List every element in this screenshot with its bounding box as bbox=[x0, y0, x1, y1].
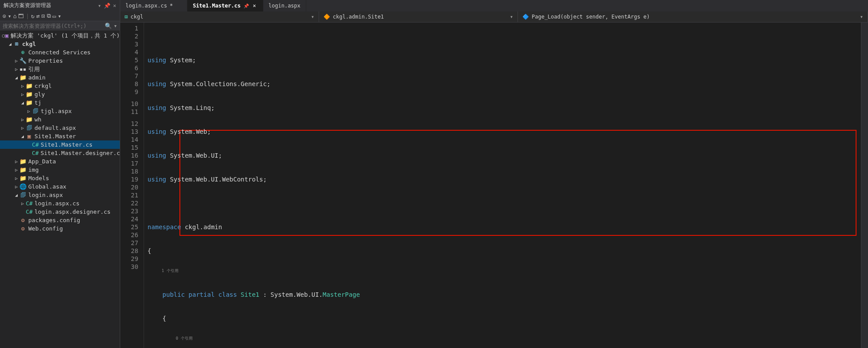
chevron-down-icon[interactable]: ◢ bbox=[19, 134, 26, 139]
chevron-down-icon[interactable]: ▾ bbox=[510, 14, 513, 20]
csproj-icon: ⊞ bbox=[13, 41, 20, 48]
tree-tj[interactable]: ◢📁tj bbox=[0, 98, 120, 107]
close-icon[interactable]: × bbox=[251, 3, 258, 9]
chevron-right-icon[interactable]: ▷ bbox=[26, 109, 32, 113]
chevron-right-icon[interactable]: ▷ bbox=[19, 125, 26, 130]
search-icon[interactable]: 🔍 bbox=[105, 23, 112, 29]
refresh-icon[interactable]: ↻ bbox=[31, 13, 34, 19]
solution-tree[interactable]: ▢▣解决方案 'ckgl' (1 个项目，共 1 个) ◢⊞ckgl ⊕Conn… bbox=[0, 30, 120, 348]
collapse-icon[interactable]: ⊡ bbox=[42, 13, 45, 19]
label: login.aspx bbox=[28, 192, 63, 198]
chevron-down-icon[interactable]: ◢ bbox=[7, 42, 13, 46]
tree-solution[interactable]: ▢▣解决方案 'ckgl' (1 个项目，共 1 个) bbox=[0, 31, 120, 40]
chevron-right-icon[interactable]: ▷ bbox=[19, 117, 26, 122]
scroll-minimap[interactable] bbox=[861, 23, 868, 348]
show-icon[interactable]: ▭ bbox=[53, 13, 56, 19]
tree-logincs[interactable]: ▷C#login.aspx.cs bbox=[0, 199, 120, 208]
t: using bbox=[148, 152, 166, 159]
chevron-right-icon[interactable]: ▷ bbox=[19, 201, 26, 206]
tree-site1mastercs[interactable]: C#Site1.Master.cs bbox=[0, 140, 120, 149]
tree-wh[interactable]: ▷📁wh bbox=[0, 115, 120, 124]
t: using bbox=[148, 104, 166, 111]
pin-icon[interactable]: 📌 bbox=[104, 3, 110, 9]
tree-webconfig[interactable]: ⚙Web.config bbox=[0, 224, 120, 233]
nav-class[interactable]: 🔶ckgl.admin.Site1▾ bbox=[319, 11, 518, 22]
solution-explorer-panel: 解决方案资源管理器 ▾ 📌 × ⊙ ▾ ⌂ 🗔 | ↻ ⇄ ⊡ ⧉ ▭ ▾ 🔍 … bbox=[0, 0, 120, 348]
nav-project[interactable]: ⊞ckgl▾ bbox=[120, 11, 319, 22]
tree-login[interactable]: ◢🗐login.aspx bbox=[0, 191, 120, 199]
pin-icon[interactable]: 📌 bbox=[244, 4, 249, 8]
search-input[interactable] bbox=[3, 23, 105, 29]
tree-site1masterdes[interactable]: C#Site1.Master.designer.cs bbox=[0, 149, 120, 157]
chevron-down-icon[interactable]: ◢ bbox=[13, 75, 19, 80]
tree-img[interactable]: ▷📁img bbox=[0, 166, 120, 174]
code-editor[interactable]: 1234567891011121314151617181920212223242… bbox=[120, 23, 868, 348]
code-content[interactable]: using System; using System.Collections.G… bbox=[144, 23, 861, 348]
chevron-down-icon[interactable]: ▾ bbox=[311, 14, 314, 20]
chevron-right-icon[interactable]: ▷ bbox=[13, 159, 19, 164]
chevron-right-icon[interactable]: ▷ bbox=[13, 167, 19, 172]
class-icon: 🔶 bbox=[324, 14, 330, 20]
references-icon: ▪▪ bbox=[19, 66, 27, 73]
dropdown-icon[interactable]: ▾ bbox=[98, 3, 101, 9]
t: using bbox=[148, 57, 166, 64]
codelens[interactable]: 0 个引用 bbox=[176, 334, 193, 342]
tree-default[interactable]: ▷🗐default.aspx bbox=[0, 124, 120, 132]
sln-icon[interactable]: 🗔 bbox=[18, 13, 24, 19]
label: packages.config bbox=[28, 217, 80, 223]
tree-refs[interactable]: ▷▪▪引用 bbox=[0, 65, 120, 73]
home-icon[interactable]: ⌂ bbox=[13, 13, 17, 19]
sync-icon[interactable]: ⇄ bbox=[36, 13, 40, 19]
tree-crkgl[interactable]: ▷📁crkgl bbox=[0, 82, 120, 90]
tree-props[interactable]: ▷🔧Properties bbox=[0, 57, 120, 65]
search-box[interactable]: 🔍 ▾ bbox=[0, 21, 120, 30]
folder-icon: 📁 bbox=[26, 91, 33, 98]
tree-logindes[interactable]: C#login.aspx.designer.cs bbox=[0, 208, 120, 216]
chevron-right-icon[interactable]: ▷ bbox=[13, 184, 19, 189]
t: : System.Web.UI. bbox=[259, 291, 323, 298]
tab-login-aspx[interactable]: login.aspx bbox=[263, 0, 306, 11]
label: 解决方案 'ckgl' (1 个项目，共 1 个) bbox=[11, 32, 120, 40]
chevron-right-icon[interactable]: ▷ bbox=[13, 67, 19, 72]
wrench-icon: 🔧 bbox=[19, 57, 27, 64]
tree-project[interactable]: ◢⊞ckgl bbox=[0, 40, 120, 48]
chevron-right-icon[interactable]: ▷ bbox=[19, 92, 26, 97]
chevron-right-icon[interactable]: ▷ bbox=[13, 176, 19, 181]
tree-admin[interactable]: ◢📁admin bbox=[0, 73, 120, 82]
modified-indicator: * bbox=[170, 3, 173, 9]
tab-site1-master-cs[interactable]: Site1.Master.cs📌× bbox=[187, 0, 263, 11]
codelens[interactable]: 1 个引用 bbox=[162, 267, 179, 275]
close-icon[interactable]: × bbox=[113, 3, 116, 9]
tree-appdata[interactable]: ▷📁App_Data bbox=[0, 157, 120, 166]
copy-icon[interactable]: ⧉ bbox=[47, 12, 51, 19]
aspx-icon: 🗐 bbox=[32, 108, 39, 115]
label: gly bbox=[34, 91, 45, 98]
tree-site1master[interactable]: ◢▣Site1.Master bbox=[0, 132, 120, 140]
tab-login-cs[interactable]: login.aspx.cs* bbox=[120, 0, 187, 11]
nav-method[interactable]: 🔷Page_Load(object sender, EventArgs e)▾ bbox=[518, 11, 868, 22]
t: Site1 bbox=[237, 291, 259, 298]
tree-packages[interactable]: ⚙packages.config bbox=[0, 216, 120, 224]
t: namespace bbox=[148, 223, 181, 231]
label: Connected Services bbox=[28, 49, 91, 56]
back-icon[interactable]: ⊙ bbox=[3, 13, 6, 19]
divider-icon: ▾ bbox=[8, 13, 11, 19]
chevron-right-icon[interactable]: ▷ bbox=[13, 58, 19, 63]
tree-connected[interactable]: ⊕Connected Services bbox=[0, 48, 120, 57]
more-icon[interactable]: ▾ bbox=[58, 13, 61, 19]
aspx-icon: 🗐 bbox=[19, 192, 27, 199]
tree-tjgl[interactable]: ▷🗐tjgl.aspx bbox=[0, 107, 120, 115]
label: Site1.Master bbox=[34, 133, 76, 140]
label: ckgl bbox=[130, 14, 143, 20]
chevron-down-icon[interactable]: ◢ bbox=[13, 193, 19, 197]
chevron-down-icon[interactable]: ▾ bbox=[860, 14, 863, 20]
chevron-right-icon[interactable]: ▷ bbox=[19, 83, 26, 88]
tree-gly[interactable]: ▷📁gly bbox=[0, 90, 120, 98]
tree-global[interactable]: ▷🌐Global.asax bbox=[0, 182, 120, 191]
search-drop-icon[interactable]: ▾ bbox=[114, 23, 117, 29]
chevron-down-icon[interactable]: ▢ bbox=[2, 33, 5, 38]
chevron-down-icon[interactable]: ◢ bbox=[19, 100, 26, 105]
tree-models[interactable]: ▷📁Models bbox=[0, 174, 120, 182]
sep: | bbox=[26, 13, 29, 19]
t: { bbox=[148, 315, 166, 322]
